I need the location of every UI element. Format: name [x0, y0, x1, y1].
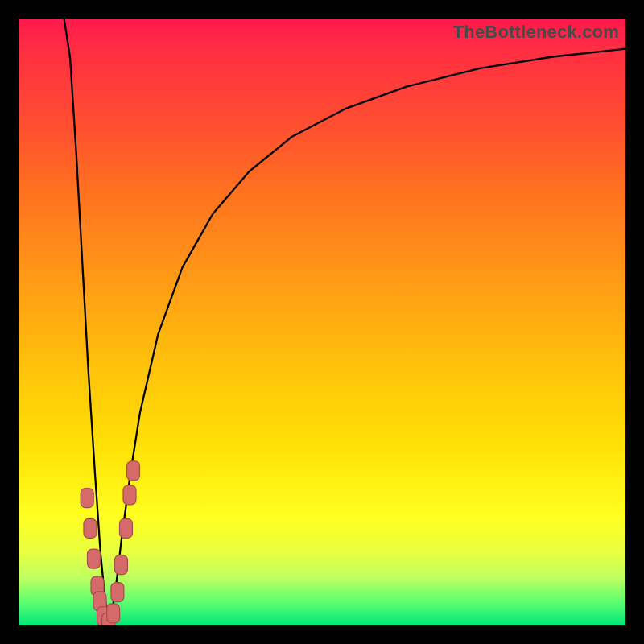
chart-frame: TheBottleneck.com [0, 0, 644, 644]
curve-marker [93, 592, 106, 611]
curve-marker [123, 485, 136, 505]
curve-marker [127, 461, 140, 481]
curve-marker [84, 518, 97, 538]
curve-marker [114, 555, 127, 575]
chart-svg-layer [19, 19, 625, 625]
curve-marker [91, 576, 104, 596]
curve-marker [102, 613, 115, 625]
chart-plot-area: TheBottleneck.com [19, 19, 625, 625]
bottleneck-curve [64, 19, 625, 625]
curve-marker [80, 489, 93, 508]
curve-marker [119, 518, 132, 538]
curve-marker [88, 549, 101, 568]
curve-marker [107, 604, 120, 623]
marker-group [80, 461, 139, 625]
watermark-text: TheBottleneck.com [453, 22, 619, 43]
curve-marker [97, 607, 110, 625]
curve-marker [111, 583, 124, 602]
